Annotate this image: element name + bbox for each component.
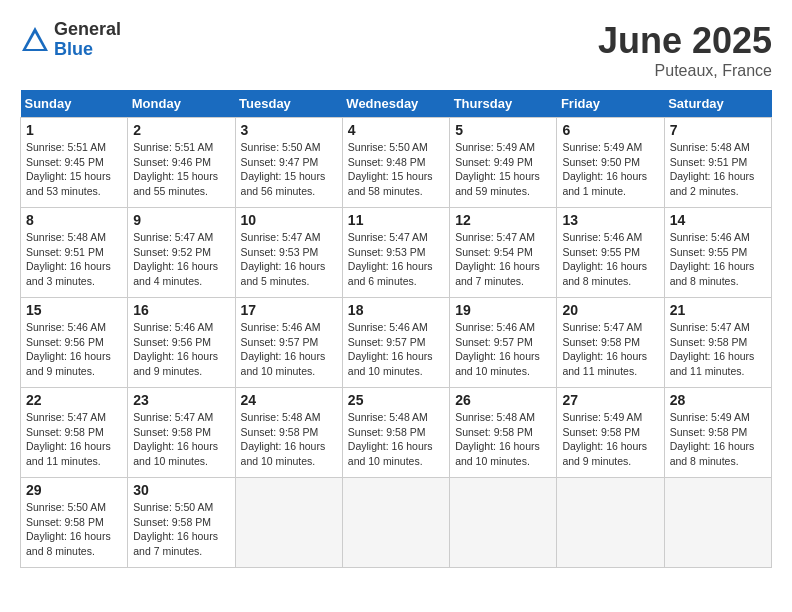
- table-row: 21 Sunrise: 5:47 AMSunset: 9:58 PMDaylig…: [664, 298, 771, 388]
- header-friday: Friday: [557, 90, 664, 118]
- table-row: 1 Sunrise: 5:51 AMSunset: 9:45 PMDayligh…: [21, 118, 128, 208]
- day-info: Sunrise: 5:46 AMSunset: 9:55 PMDaylight:…: [562, 230, 658, 289]
- day-number: 30: [133, 482, 229, 498]
- calendar-week-row: 8 Sunrise: 5:48 AMSunset: 9:51 PMDayligh…: [21, 208, 772, 298]
- table-row: 8 Sunrise: 5:48 AMSunset: 9:51 PMDayligh…: [21, 208, 128, 298]
- day-info: Sunrise: 5:48 AMSunset: 9:58 PMDaylight:…: [348, 410, 444, 469]
- day-info: Sunrise: 5:46 AMSunset: 9:56 PMDaylight:…: [133, 320, 229, 379]
- logo: General Blue: [20, 20, 121, 60]
- table-row: [450, 478, 557, 568]
- day-info: Sunrise: 5:46 AMSunset: 9:57 PMDaylight:…: [348, 320, 444, 379]
- day-info: Sunrise: 5:47 AMSunset: 9:53 PMDaylight:…: [241, 230, 337, 289]
- day-number: 16: [133, 302, 229, 318]
- day-info: Sunrise: 5:51 AMSunset: 9:45 PMDaylight:…: [26, 140, 122, 199]
- calendar-subtitle: Puteaux, France: [598, 62, 772, 80]
- day-info: Sunrise: 5:47 AMSunset: 9:58 PMDaylight:…: [133, 410, 229, 469]
- header-saturday: Saturday: [664, 90, 771, 118]
- day-info: Sunrise: 5:46 AMSunset: 9:57 PMDaylight:…: [455, 320, 551, 379]
- logo-icon: [20, 25, 50, 55]
- day-info: Sunrise: 5:47 AMSunset: 9:52 PMDaylight:…: [133, 230, 229, 289]
- calendar-table: Sunday Monday Tuesday Wednesday Thursday…: [20, 90, 772, 568]
- day-number: 9: [133, 212, 229, 228]
- header-monday: Monday: [128, 90, 235, 118]
- day-number: 27: [562, 392, 658, 408]
- header-thursday: Thursday: [450, 90, 557, 118]
- table-row: 17 Sunrise: 5:46 AMSunset: 9:57 PMDaylig…: [235, 298, 342, 388]
- day-number: 14: [670, 212, 766, 228]
- day-number: 21: [670, 302, 766, 318]
- header-tuesday: Tuesday: [235, 90, 342, 118]
- day-number: 29: [26, 482, 122, 498]
- day-info: Sunrise: 5:48 AMSunset: 9:58 PMDaylight:…: [241, 410, 337, 469]
- table-row: 12 Sunrise: 5:47 AMSunset: 9:54 PMDaylig…: [450, 208, 557, 298]
- table-row: 10 Sunrise: 5:47 AMSunset: 9:53 PMDaylig…: [235, 208, 342, 298]
- page-header: General Blue June 2025 Puteaux, France: [20, 20, 772, 80]
- day-info: Sunrise: 5:47 AMSunset: 9:58 PMDaylight:…: [26, 410, 122, 469]
- table-row: 22 Sunrise: 5:47 AMSunset: 9:58 PMDaylig…: [21, 388, 128, 478]
- day-info: Sunrise: 5:46 AMSunset: 9:56 PMDaylight:…: [26, 320, 122, 379]
- day-number: 18: [348, 302, 444, 318]
- table-row: [664, 478, 771, 568]
- day-info: Sunrise: 5:49 AMSunset: 9:50 PMDaylight:…: [562, 140, 658, 199]
- day-number: 12: [455, 212, 551, 228]
- logo-text: General Blue: [54, 20, 121, 60]
- table-row: 30 Sunrise: 5:50 AMSunset: 9:58 PMDaylig…: [128, 478, 235, 568]
- table-row: 28 Sunrise: 5:49 AMSunset: 9:58 PMDaylig…: [664, 388, 771, 478]
- calendar-week-row: 1 Sunrise: 5:51 AMSunset: 9:45 PMDayligh…: [21, 118, 772, 208]
- day-info: Sunrise: 5:50 AMSunset: 9:58 PMDaylight:…: [133, 500, 229, 559]
- table-row: 7 Sunrise: 5:48 AMSunset: 9:51 PMDayligh…: [664, 118, 771, 208]
- table-row: [235, 478, 342, 568]
- day-number: 5: [455, 122, 551, 138]
- day-number: 10: [241, 212, 337, 228]
- day-number: 8: [26, 212, 122, 228]
- day-number: 17: [241, 302, 337, 318]
- day-number: 25: [348, 392, 444, 408]
- day-info: Sunrise: 5:51 AMSunset: 9:46 PMDaylight:…: [133, 140, 229, 199]
- day-info: Sunrise: 5:50 AMSunset: 9:58 PMDaylight:…: [26, 500, 122, 559]
- day-info: Sunrise: 5:50 AMSunset: 9:47 PMDaylight:…: [241, 140, 337, 199]
- table-row: 9 Sunrise: 5:47 AMSunset: 9:52 PMDayligh…: [128, 208, 235, 298]
- day-info: Sunrise: 5:47 AMSunset: 9:53 PMDaylight:…: [348, 230, 444, 289]
- logo-blue: Blue: [54, 40, 121, 60]
- calendar-body: 1 Sunrise: 5:51 AMSunset: 9:45 PMDayligh…: [21, 118, 772, 568]
- calendar-title: June 2025: [598, 20, 772, 62]
- day-info: Sunrise: 5:50 AMSunset: 9:48 PMDaylight:…: [348, 140, 444, 199]
- day-number: 26: [455, 392, 551, 408]
- table-row: 16 Sunrise: 5:46 AMSunset: 9:56 PMDaylig…: [128, 298, 235, 388]
- day-number: 6: [562, 122, 658, 138]
- table-row: 25 Sunrise: 5:48 AMSunset: 9:58 PMDaylig…: [342, 388, 449, 478]
- day-number: 7: [670, 122, 766, 138]
- day-number: 22: [26, 392, 122, 408]
- table-row: 19 Sunrise: 5:46 AMSunset: 9:57 PMDaylig…: [450, 298, 557, 388]
- day-info: Sunrise: 5:46 AMSunset: 9:55 PMDaylight:…: [670, 230, 766, 289]
- day-number: 15: [26, 302, 122, 318]
- logo-general: General: [54, 20, 121, 40]
- day-number: 3: [241, 122, 337, 138]
- table-row: 13 Sunrise: 5:46 AMSunset: 9:55 PMDaylig…: [557, 208, 664, 298]
- day-number: 24: [241, 392, 337, 408]
- day-info: Sunrise: 5:47 AMSunset: 9:54 PMDaylight:…: [455, 230, 551, 289]
- day-number: 20: [562, 302, 658, 318]
- day-number: 19: [455, 302, 551, 318]
- day-number: 28: [670, 392, 766, 408]
- table-row: 24 Sunrise: 5:48 AMSunset: 9:58 PMDaylig…: [235, 388, 342, 478]
- table-row: 5 Sunrise: 5:49 AMSunset: 9:49 PMDayligh…: [450, 118, 557, 208]
- table-row: 2 Sunrise: 5:51 AMSunset: 9:46 PMDayligh…: [128, 118, 235, 208]
- day-number: 13: [562, 212, 658, 228]
- table-row: 11 Sunrise: 5:47 AMSunset: 9:53 PMDaylig…: [342, 208, 449, 298]
- day-info: Sunrise: 5:48 AMSunset: 9:51 PMDaylight:…: [26, 230, 122, 289]
- day-number: 2: [133, 122, 229, 138]
- day-info: Sunrise: 5:49 AMSunset: 9:58 PMDaylight:…: [562, 410, 658, 469]
- day-info: Sunrise: 5:48 AMSunset: 9:58 PMDaylight:…: [455, 410, 551, 469]
- day-info: Sunrise: 5:48 AMSunset: 9:51 PMDaylight:…: [670, 140, 766, 199]
- table-row: 18 Sunrise: 5:46 AMSunset: 9:57 PMDaylig…: [342, 298, 449, 388]
- table-row: 3 Sunrise: 5:50 AMSunset: 9:47 PMDayligh…: [235, 118, 342, 208]
- table-row: 26 Sunrise: 5:48 AMSunset: 9:58 PMDaylig…: [450, 388, 557, 478]
- day-info: Sunrise: 5:47 AMSunset: 9:58 PMDaylight:…: [562, 320, 658, 379]
- table-row: 4 Sunrise: 5:50 AMSunset: 9:48 PMDayligh…: [342, 118, 449, 208]
- weekday-header-row: Sunday Monday Tuesday Wednesday Thursday…: [21, 90, 772, 118]
- table-row: [557, 478, 664, 568]
- header-wednesday: Wednesday: [342, 90, 449, 118]
- table-row: 14 Sunrise: 5:46 AMSunset: 9:55 PMDaylig…: [664, 208, 771, 298]
- table-row: 29 Sunrise: 5:50 AMSunset: 9:58 PMDaylig…: [21, 478, 128, 568]
